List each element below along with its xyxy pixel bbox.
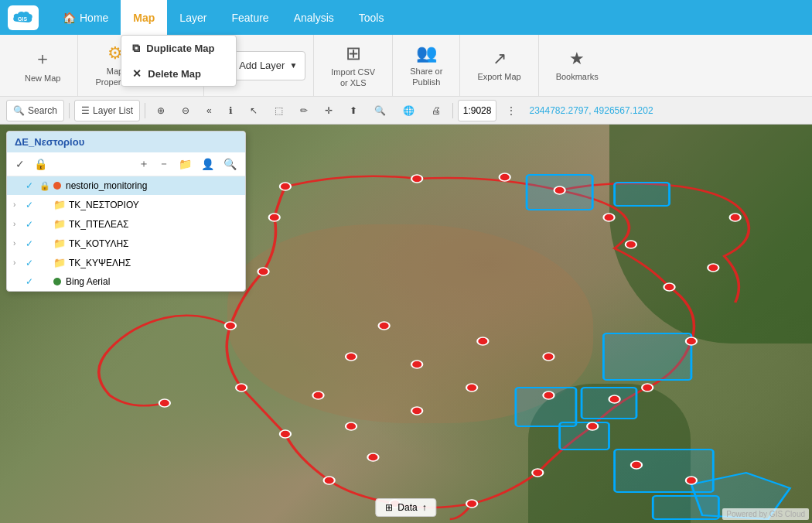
layer-item-pteleas[interactable]: › ✓ 📁 ΤΚ_ΠΤΕΛΕΑΣ	[7, 214, 245, 234]
folder-icon: 📁	[53, 199, 66, 210]
lock-icon[interactable]: 🔒	[32, 156, 49, 172]
map-container[interactable]: ΔΕ_Νεστορίου ✓ 🔒 ＋ － 📁 👤 🔍 ✓ 🔒 nestorio_…	[0, 125, 812, 523]
cursor-button[interactable]: ↖	[243, 100, 264, 121]
up-arrow-icon: ↑	[422, 502, 427, 513]
logo-area: GIS	[8, 5, 39, 30]
share-icon: 👥	[416, 43, 437, 63]
main-area: ΔΕ_Νεστορίου ✓ 🔒 ＋ － 📁 👤 🔍 ✓ 🔒 nestorio_…	[0, 125, 812, 523]
select-icon: ⬚	[275, 105, 283, 116]
check-icon: ✓	[26, 276, 36, 287]
nav-layer[interactable]: Layer	[167, 0, 219, 35]
move-icon: ✛	[325, 105, 333, 116]
check-icon: ✓	[26, 219, 36, 230]
import-group: ⊞ Import CSV or XLS	[314, 35, 393, 96]
folder-icon: 📁	[53, 238, 66, 249]
delete-map-item[interactable]: ✕ Delete Map	[121, 61, 236, 86]
separator-1	[69, 103, 70, 118]
list-icon: ☰	[81, 105, 90, 116]
minus-circle-icon: ⊖	[182, 105, 189, 116]
expand-icon: ›	[13, 258, 22, 267]
person-icon[interactable]: 👤	[199, 156, 217, 172]
print-button[interactable]: 🖨	[425, 100, 448, 121]
town-area	[227, 224, 593, 424]
layer-panel: ΔΕ_Νεστορίου ✓ 🔒 ＋ － 📁 👤 🔍 ✓ 🔒 nestorio_…	[6, 131, 246, 292]
nav-tools[interactable]: Tools	[346, 0, 397, 35]
expand-icon: ›	[13, 239, 22, 248]
check-icon: ✓	[26, 200, 36, 210]
bookmarks-button[interactable]: ★ Bookmarks	[547, 43, 608, 88]
zoom-in-icon: 🔍	[374, 105, 386, 116]
folder-icon: 📁	[53, 257, 66, 268]
star-icon: ★	[569, 49, 585, 69]
logo[interactable]: GIS	[8, 5, 39, 30]
layer-item-nestorios[interactable]: › ✓ 📁 ΤΚ_ΝΕΣΤΟΡΙΟΥ	[7, 195, 245, 214]
export-group: ↗ Export Map	[460, 35, 538, 96]
remove-layer-icon[interactable]: －	[156, 156, 172, 173]
plus-icon: ＋	[34, 47, 51, 70]
coordinates-display: 2344782.2797, 4926567.1202	[529, 105, 653, 116]
dropdown-arrow-icon: ▼	[289, 61, 297, 70]
nav-feature[interactable]: Feature	[219, 0, 281, 35]
nav-analysis[interactable]: Analysis	[281, 0, 346, 35]
svg-text:GIS: GIS	[18, 16, 27, 22]
lock-small-icon: 🔒	[39, 181, 50, 191]
grid-icon: ⊞	[385, 502, 393, 513]
export-icon: ↗	[493, 49, 507, 69]
add-layer-icon[interactable]: ＋	[136, 156, 152, 173]
layer-item-bing[interactable]: ✓ Bing Aerial	[7, 272, 245, 291]
duplicate-icon: ⧉	[132, 42, 140, 55]
scale-options-button[interactable]: ⋮	[500, 100, 523, 121]
check-icon: ✓	[26, 258, 36, 268]
add-circle-icon: ⊕	[157, 105, 165, 116]
search-layer-icon[interactable]: 🔍	[221, 156, 239, 172]
export-map-button[interactable]: ↗ Export Map	[468, 43, 530, 88]
expand-icon: ›	[13, 220, 22, 228]
globe-button[interactable]: 🌐	[396, 100, 421, 121]
move-button[interactable]: ✛	[318, 100, 339, 121]
info-button[interactable]: ℹ	[222, 100, 240, 121]
check-all-icon[interactable]: ✓	[13, 156, 27, 172]
info-icon: ℹ	[229, 105, 233, 116]
select-button[interactable]: ⬚	[268, 100, 290, 121]
separator-3	[452, 103, 453, 118]
cursor-icon: ↖	[250, 105, 258, 116]
check-icon: ✓	[26, 180, 36, 191]
scale-display: 1:9028	[458, 100, 497, 121]
expand-icon: ›	[13, 200, 22, 209]
bookmarks-group: ★ Bookmarks	[539, 35, 616, 96]
globe-dot-indicator	[53, 278, 61, 285]
folder-icon[interactable]: 📁	[176, 156, 194, 172]
nav-home[interactable]: 🏠 Home	[50, 0, 121, 35]
layer-panel-toolbar: ✓ 🔒 ＋ － 📁 👤 🔍	[7, 152, 245, 176]
search-icon: 🔍	[13, 105, 25, 116]
remove-point-button[interactable]: ⊖	[175, 100, 196, 121]
zoom-in-button[interactable]: 🔍	[367, 100, 393, 121]
add-point-button[interactable]: ⊕	[150, 100, 172, 121]
pencil-icon: ✏	[300, 105, 308, 116]
new-map-button[interactable]: ＋ New Map	[15, 41, 70, 90]
back-button[interactable]: «	[200, 100, 219, 121]
back-icon: «	[206, 105, 212, 116]
more-icon: ⋮	[507, 105, 516, 116]
nav-items: 🏠 Home Map ⧉ Duplicate Map ✕ Delete Map …	[50, 0, 396, 35]
map-dropdown: ⧉ Duplicate Map ✕ Delete Map	[121, 35, 237, 87]
top-navigation: GIS 🏠 Home Map ⧉ Duplicate Map ✕ Delete …	[0, 0, 812, 35]
import-csv-button[interactable]: ⊞ Import CSV or XLS	[322, 36, 384, 94]
draw-button[interactable]: ✏	[293, 100, 315, 121]
duplicate-map-item[interactable]: ⧉ Duplicate Map	[121, 36, 236, 61]
powered-by-label: Powered by GIS Cloud	[722, 508, 809, 520]
data-button[interactable]: ⊞ Data ↑	[375, 498, 436, 517]
layer-list-button[interactable]: ☰ Layer List	[74, 100, 140, 121]
map-toolbar: 🔍 Search ☰ Layer List ⊕ ⊖ « ℹ ↖ ⬚ ✏ ✛ ⬆ …	[0, 97, 812, 125]
print-icon: 🖨	[432, 105, 441, 116]
home-icon: 🏠	[63, 12, 76, 24]
search-area[interactable]: 🔍 Search	[6, 100, 64, 121]
layer-item-kypselis[interactable]: › ✓ 📁 ΤΚ_ΚΥΨΕΛΗΣ	[7, 253, 245, 272]
upload-button[interactable]: ⬆	[343, 100, 364, 121]
share-publish-button[interactable]: 👥 Share or Publish	[401, 37, 452, 93]
separator-2	[145, 103, 145, 118]
nav-map[interactable]: Map ⧉ Duplicate Map ✕ Delete Map	[121, 0, 167, 35]
layer-panel-title: ΔΕ_Νεστορίου	[7, 132, 245, 152]
layer-item-nestorio[interactable]: ✓ 🔒 nestorio_monitoring	[7, 176, 245, 195]
layer-item-kotylis[interactable]: › ✓ 📁 ΤΚ_ΚΟΤΥΛΗΣ	[7, 234, 245, 253]
